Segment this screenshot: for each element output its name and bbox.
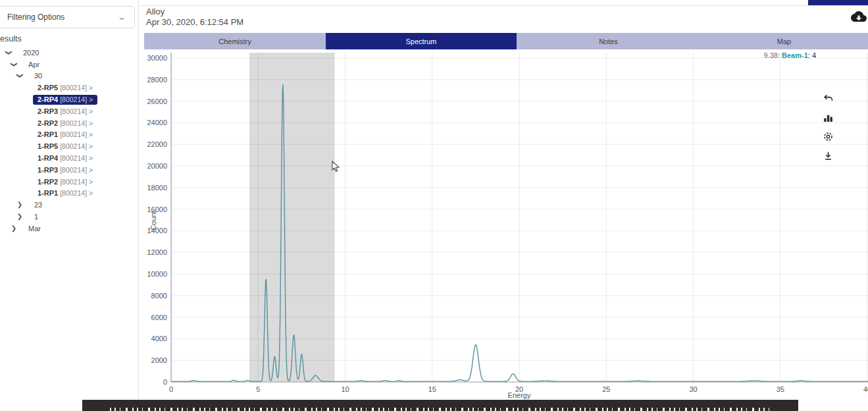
tree-item-2-rp1[interactable]: 2-RP1[800214] > <box>0 129 138 141</box>
tree-item-name: 2-RP4 <box>38 96 58 103</box>
tree-item-suffix: [800214] > <box>60 166 93 174</box>
tab-spectrum[interactable]: Spectrum <box>326 33 517 49</box>
filtering-options-dropdown[interactable]: Filtering Options ⌄ <box>0 6 135 28</box>
tree-branch-2020[interactable]: ❯2020 <box>0 47 138 59</box>
tree-branch-label: 23 <box>34 201 42 209</box>
tab-notes[interactable]: Notes <box>517 33 700 49</box>
tree-item-suffix: [800214] > <box>60 178 93 186</box>
tree-item-suffix: [800214] > <box>60 130 93 138</box>
chevron-collapsed-icon[interactable]: ❯ <box>16 202 23 208</box>
tree-item-1-rp4[interactable]: 1-RP4[800214] > <box>0 152 138 164</box>
header-divider <box>138 5 868 6</box>
tab-label: Chemistry <box>218 38 251 45</box>
tab-bar: ChemistrySpectrumNotesMap <box>144 33 868 49</box>
tree-item[interactable]: 1-RP5[800214] > <box>33 142 97 151</box>
readout-count-value: : 4 <box>808 51 816 59</box>
readout-series-name: Beam-1 <box>782 51 808 59</box>
tab-chemistry[interactable]: Chemistry <box>144 33 326 49</box>
tree-item[interactable]: 2-RP3[800214] > <box>33 106 97 116</box>
tree-item-1-rp1[interactable]: 1-RP1[800214] > <box>0 188 138 200</box>
readout-x-value: 9.38: <box>763 51 779 59</box>
tree-item-selected[interactable]: 2-RP4[800214] > <box>33 95 97 105</box>
tree-item[interactable]: 1-RP4[800214] > <box>33 153 97 163</box>
tab-label: Notes <box>599 38 618 45</box>
chevron-expanded-icon[interactable]: ❯ <box>16 72 23 79</box>
tree-item-suffix: [800214] > <box>60 96 93 103</box>
tree-branch-23[interactable]: ❯23 <box>0 199 138 211</box>
tree-item-name: 2-RP3 <box>38 107 58 115</box>
tree-branch-label: 30 <box>34 72 42 80</box>
top-right-button-partial[interactable] <box>808 0 868 5</box>
tree-item-name: 1-RP2 <box>38 178 58 186</box>
undo-icon[interactable] <box>823 93 834 104</box>
tree-item-name: 1-RP5 <box>38 142 58 150</box>
filtering-options-label: Filtering Options <box>7 13 64 22</box>
download-icon[interactable] <box>823 150 834 161</box>
page-title: Alloy <box>146 7 165 16</box>
tree-item-name: 2-RP5 <box>38 84 58 92</box>
tree-item[interactable]: 2-RP5[800214] > <box>33 83 97 93</box>
tree-item-1-rp3[interactable]: 1-RP3[800214] > <box>0 164 138 176</box>
tab-map[interactable]: Map <box>700 33 868 49</box>
tree-item-suffix: [800214] > <box>60 154 93 162</box>
chevron-collapsed-icon[interactable]: ❯ <box>16 213 23 220</box>
tree-item[interactable]: 1-RP3[800214] > <box>33 165 97 175</box>
tab-label: Map <box>777 38 791 45</box>
y-axis-label: Count <box>149 211 157 230</box>
spectrum-chart[interactable] <box>139 49 868 411</box>
histogram-icon[interactable] <box>823 112 834 123</box>
tree-item[interactable]: 2-RP1[800214] > <box>33 130 97 140</box>
results-tree: ❯2020❯Apr❯302-RP5[800214] >2-RP4[800214]… <box>0 47 138 234</box>
tree-branch-apr[interactable]: ❯Apr <box>0 59 138 70</box>
cloud-download-icon[interactable] <box>851 10 867 24</box>
caption-text-clipped <box>110 408 771 411</box>
tree-branch-30[interactable]: ❯30 <box>0 70 138 82</box>
chart-toolbar <box>820 93 836 161</box>
tree-item[interactable]: 2-RP2[800214] > <box>33 118 97 128</box>
tree-item-name: 1-RP1 <box>38 189 58 197</box>
tree-item-name: 1-RP4 <box>38 154 58 162</box>
tree-item-suffix: [800214] > <box>60 107 93 115</box>
detector-ring-icon[interactable] <box>823 131 834 142</box>
tree-branch-label: 2020 <box>23 49 39 57</box>
tree-item-suffix: [800214] > <box>60 84 93 92</box>
tree-item[interactable]: 1-RP2[800214] > <box>33 177 97 186</box>
tree-branch-mar[interactable]: ❯Mar <box>0 223 138 234</box>
tree-item-2-rp5[interactable]: 2-RP5[800214] > <box>0 82 138 94</box>
tree-item-2-rp2[interactable]: 2-RP2[800214] > <box>0 117 138 129</box>
results-heading: Results <box>0 34 22 43</box>
chevron-collapsed-icon[interactable]: ❯ <box>11 225 17 232</box>
sidebar: Filtering Options ⌄ Results ❯2020❯Apr❯30… <box>0 0 138 411</box>
tree-branch-1[interactable]: ❯1 <box>0 211 138 223</box>
hover-readout: 9.38: Beam-1: 4 <box>763 51 816 59</box>
chevron-expanded-icon[interactable]: ❯ <box>5 49 12 56</box>
tree-item-name: 2-RP1 <box>38 130 58 138</box>
tree-branch-label: Apr <box>28 61 39 68</box>
tree-item-suffix: [800214] > <box>60 142 93 150</box>
tab-label: Spectrum <box>405 38 436 45</box>
tree-item-suffix: [800214] > <box>60 119 93 127</box>
caption-bar <box>82 400 798 411</box>
chevron-expanded-icon[interactable]: ❯ <box>11 61 17 68</box>
tree-item-1-rp2[interactable]: 1-RP2[800214] > <box>0 176 138 188</box>
tree-item-2-rp3[interactable]: 2-RP3[800214] > <box>0 105 138 117</box>
chevron-down-icon: ⌄ <box>117 13 126 22</box>
tree-item-2-rp4[interactable]: 2-RP4[800214] > <box>0 94 138 105</box>
tree-item-suffix: [800214] > <box>60 189 93 197</box>
timestamp: Apr 30, 2020, 6:12:54 PM <box>146 17 243 27</box>
x-axis-label: Energy <box>171 391 867 399</box>
tree-item-name: 2-RP2 <box>38 119 58 127</box>
tree-item-name: 1-RP3 <box>38 166 58 174</box>
tree-branch-label: 1 <box>34 213 38 221</box>
tree-item[interactable]: 1-RP1[800214] > <box>33 188 97 198</box>
tree-item-1-rp5[interactable]: 1-RP5[800214] > <box>0 140 138 152</box>
tree-branch-label: Mar <box>28 225 41 233</box>
